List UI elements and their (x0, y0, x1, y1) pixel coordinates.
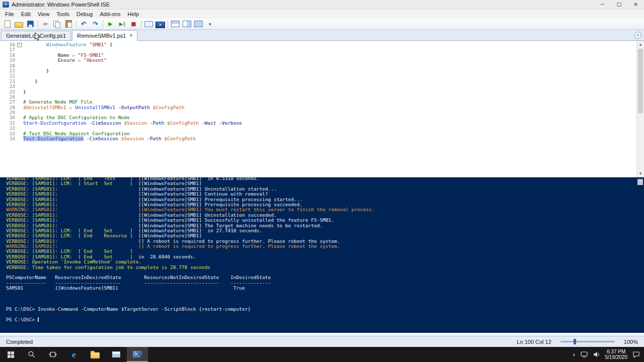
editor-line: 20 (0, 63, 644, 68)
tab-strip: GenerateLcmConfig.ps1RemoveSMBv1.ps1× ∧ (0, 30, 644, 41)
scroll-up-icon[interactable]: ▲ (637, 41, 644, 48)
code-text[interactable]: } (23, 79, 38, 84)
zoom-slider[interactable] (560, 341, 615, 342)
stop-script-icon[interactable]: ■ (128, 19, 139, 29)
menu-bar: FileEditViewToolsDebugAdd-onsHelp (0, 10, 644, 19)
new-remote-powershell-tab-icon[interactable] (143, 19, 154, 29)
file-tab-generatelcmconfig-ps1[interactable]: GenerateLcmConfig.ps1 (1, 31, 71, 40)
code-text[interactable]: Start-DscConfiguration -CimSession $Sess… (23, 121, 242, 126)
console-text: [[WindowsFeature]SMB1] (133, 180, 202, 186)
code-token: $ConfigPath (164, 136, 196, 141)
console-pane[interactable]: VERBOSE: [SAMS01]: LCM: [ End Test ] [[W… (0, 177, 644, 333)
taskbar-item-powershell-ise[interactable]: >_ (127, 347, 148, 362)
cursor-position: Ln 100 Col 12 (517, 339, 551, 345)
code-text[interactable]: $UninstallSMBv1 = UninstallSMBv1 -Output… (23, 105, 184, 110)
taskbar-clock[interactable]: 6:37 PM 5/19/2020 (605, 349, 628, 360)
code-text[interactable]: Test-DscConfiguration -CimSession $Sessi… (23, 136, 196, 141)
editor-scrollbar[interactable]: ▲ ▼ (636, 41, 644, 177)
code-token (23, 52, 58, 58)
minimize-button[interactable]: − (594, 0, 611, 9)
menu-item-view[interactable]: View (34, 10, 53, 19)
close-button[interactable]: × (627, 0, 644, 9)
menu-item-debug[interactable]: Debug (73, 10, 96, 19)
scroll-down-icon[interactable]: ▼ (637, 170, 644, 177)
menu-item-file[interactable]: File (2, 10, 18, 19)
file-tab-removesmbv1-ps1[interactable]: RemoveSMBv1.ps1× (72, 30, 137, 41)
start-powershell-icon[interactable]: > (155, 22, 165, 28)
task-view-button[interactable] (42, 347, 63, 362)
tray-chevron-up-icon[interactable]: ∧ (573, 352, 576, 357)
expand-script-pane-icon[interactable]: ∧ (634, 32, 641, 39)
toolbar-separator (168, 20, 168, 28)
undo-icon[interactable]: ↶ (78, 19, 90, 29)
menu-item-edit[interactable]: Edit (18, 10, 34, 19)
taskbar-item-app-window[interactable] (106, 347, 127, 362)
code-token: -Path (147, 136, 162, 141)
code-text[interactable]: WindowsFeature "SMB1" { (23, 42, 112, 47)
run-selection-icon[interactable]: ▶ (116, 19, 128, 29)
windows-logo-icon (8, 351, 14, 358)
code-token: } (23, 68, 49, 73)
task-view-icon (49, 350, 57, 358)
maximize-button[interactable]: □ (611, 0, 627, 9)
code-token: # Apply the DSC Configuration to Node (23, 115, 130, 120)
open-script-icon[interactable] (13, 19, 25, 29)
code-token: $Session (121, 136, 144, 141)
script-pane-right-icon[interactable] (181, 19, 193, 29)
menu-item-tools[interactable]: Tools (53, 10, 73, 19)
editor-line: 31Start-DscConfiguration -CimSession $Se… (0, 121, 644, 126)
cut-icon[interactable]: ✂ (40, 19, 51, 29)
toolbar-separator (38, 20, 38, 28)
copy-icon[interactable] (51, 19, 63, 29)
script-editor-pane[interactable]: 16− WindowsFeature "SMB1" {1718 Name = "… (0, 41, 644, 177)
code-text[interactable]: Ensure = "Absent" (23, 58, 107, 63)
save-script-icon[interactable] (25, 19, 36, 29)
menu-item-help[interactable]: Help (124, 10, 142, 19)
taskbar: e >_ ∧ 6:37 PM 5/19/2020 (0, 347, 644, 362)
console-text: VERBOSE: [SAMS01]: (6, 217, 138, 223)
script-pane-maximized-icon[interactable] (193, 19, 204, 29)
console-text: [[WindowsFeature]SMB1] Uninstallation st… (138, 186, 277, 192)
taskbar-item-internet-explorer[interactable]: e (63, 347, 85, 362)
fold-gutter (15, 105, 23, 110)
clock-time: 6:37 PM (605, 349, 628, 354)
fold-minus-box[interactable]: − (17, 43, 22, 47)
search-button[interactable] (21, 347, 42, 362)
console-text: VERBOSE: [SAMS01]: LCM: [ End Set ] (6, 228, 133, 233)
code-token: -Verbose (219, 120, 242, 126)
status-text: Completed (6, 339, 33, 345)
zoom-slider-thumb[interactable] (574, 339, 576, 344)
code-token: $Session (124, 120, 147, 126)
console-text: [[WindowsFeature]SMB1] Prerequisite proc… (138, 197, 302, 202)
start-button[interactable] (0, 347, 21, 362)
menu-item-add-ons[interactable]: Add-ons (96, 10, 124, 19)
console-text: [[WindowsFeature]SMB1] Uninstallation su… (138, 212, 277, 218)
action-center-icon[interactable] (632, 351, 640, 358)
redo-icon[interactable]: ↷ (90, 19, 101, 29)
console-scrollbar-thumb[interactable] (637, 179, 643, 185)
editor-line: 24 (0, 84, 644, 89)
code-text[interactable]: } (23, 68, 49, 73)
code-token: -CimSession (90, 120, 121, 126)
toolbar-options-icon[interactable]: ▾ (204, 19, 216, 29)
run-script-icon[interactable]: ▶ (105, 19, 116, 29)
network-icon[interactable] (581, 351, 588, 357)
code-token (23, 57, 58, 63)
editor-line: 34Test-DscConfiguration -CimSession $Ses… (0, 136, 644, 141)
editor-line: 21 } (0, 68, 644, 73)
tab-close-icon[interactable]: × (129, 33, 132, 38)
code-token: } (23, 89, 26, 95)
code-token: # Test DSC Node Against Configuration (23, 131, 130, 136)
script-pane-top-icon[interactable] (170, 19, 181, 29)
paste-icon[interactable] (63, 19, 74, 29)
taskbar-item-file-explorer[interactable] (85, 347, 106, 362)
code-text[interactable]: } (23, 89, 26, 95)
new-script-icon[interactable] (2, 19, 13, 29)
fold-collapse-icon[interactable]: − (15, 42, 23, 47)
code-token: $UninstallSMBv1 (23, 105, 66, 110)
console-text: VERBOSE: Operation 'Invoke CimMethod' co… (6, 259, 141, 264)
volume-icon[interactable] (593, 351, 600, 357)
console-text: in 28.6940 seconds. (133, 254, 196, 259)
console-text: [[WindowsFeature]SMB1] (133, 233, 202, 238)
editor-scrollbar-thumb[interactable] (638, 49, 643, 113)
